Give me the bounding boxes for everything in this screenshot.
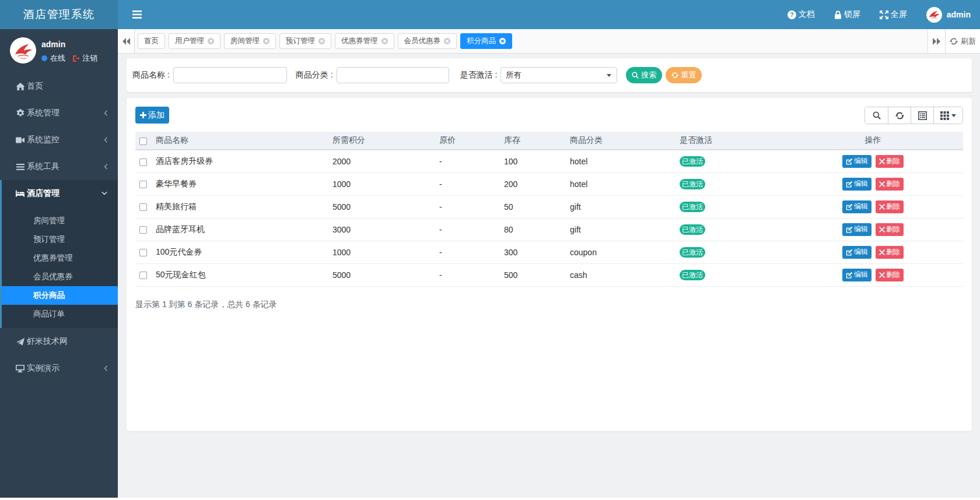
goods-category-input[interactable]: [337, 67, 449, 83]
delete-x-icon: [879, 159, 885, 164]
cell-points: 1000: [328, 241, 435, 263]
sidebar-item-home[interactable]: 首页: [0, 73, 118, 100]
tab-item[interactable]: 用户管理: [169, 33, 220, 49]
tab-label: 用户管理: [175, 36, 204, 46]
cell-name: 酒店客房升级券: [151, 150, 328, 172]
brand-logo[interactable]: 酒店管理系统: [0, 0, 118, 29]
tab-close-icon[interactable]: [382, 38, 388, 44]
svg-text:?: ?: [790, 11, 793, 18]
tab-bar: 首页 用户管理 房间管理 预订管理 优惠券管理: [118, 29, 980, 54]
edit-icon: [846, 203, 853, 210]
nav-fullscreen[interactable]: 全屏: [880, 9, 907, 20]
sidebar-item-system-admin[interactable]: 系统管理: [0, 100, 118, 126]
cell-category: hotel: [565, 172, 675, 195]
row-checkbox[interactable]: [139, 203, 147, 211]
cell-stock: 500: [499, 263, 565, 286]
status-badge: 已激活: [680, 224, 705, 235]
sidebar-toggle-button[interactable]: [128, 0, 146, 29]
tab-item[interactable]: 优惠券管理: [335, 33, 394, 49]
edit-button[interactable]: 编辑: [842, 200, 872, 213]
nav-user-menu[interactable]: admin: [926, 7, 971, 23]
toolbar-columns-button[interactable]: [933, 107, 963, 124]
tab-item[interactable]: 房间管理: [224, 33, 276, 49]
row-checkbox[interactable]: [139, 159, 147, 166]
delete-x-icon: [879, 272, 885, 278]
bed-icon: [16, 190, 24, 197]
tab-close-icon[interactable]: [444, 38, 450, 44]
tab-close-icon[interactable]: [208, 38, 214, 44]
delete-button[interactable]: 删除: [876, 200, 904, 213]
status-badge: 已激活: [680, 156, 705, 167]
nav-lock-screen[interactable]: 锁屏: [834, 9, 860, 20]
tab-item[interactable]: 积分商品: [460, 33, 512, 49]
tabs-scroll-left-button[interactable]: [118, 29, 135, 53]
chevron-left-icon: [104, 110, 107, 116]
add-button[interactable]: 添加: [135, 107, 169, 124]
col-name: 商品名称: [151, 132, 328, 150]
sidebar-item-system-monitor[interactable]: 系统监控: [0, 126, 118, 153]
row-checkbox[interactable]: [139, 226, 147, 234]
cell-name: 50元现金红包: [151, 263, 328, 286]
cell-actions: 编辑 删除: [783, 172, 963, 195]
delete-button-label: 删除: [886, 202, 900, 212]
sidebar-item-goods-orders[interactable]: 商品订单: [2, 305, 118, 323]
delete-button[interactable]: 删除: [876, 246, 904, 259]
active-select[interactable]: 所有: [501, 67, 617, 83]
toolbar-search-button[interactable]: [865, 107, 888, 124]
sidebar-subitem-label: 预订管理: [33, 234, 65, 245]
sidebar-item-hotel-admin[interactable]: 酒店管理: [2, 180, 118, 207]
select-all-checkbox[interactable]: [139, 138, 147, 145]
edit-button[interactable]: 编辑: [842, 269, 872, 281]
tab-item[interactable]: 会员优惠券: [398, 33, 457, 49]
sidebar-item-member-coupon[interactable]: 会员优惠券: [2, 267, 118, 286]
toolbar-refresh-button[interactable]: [888, 107, 911, 124]
sidebar-item-coupon-admin[interactable]: 优惠券管理: [2, 249, 118, 267]
search-button[interactable]: 搜索: [626, 67, 662, 83]
tabs-scroll-right-button[interactable]: [928, 29, 945, 53]
tab-refresh-button[interactable]: 刷新: [945, 29, 980, 53]
hamburger-icon: [132, 10, 142, 19]
edit-button[interactable]: 编辑: [842, 178, 872, 191]
delete-button[interactable]: 删除: [876, 269, 904, 281]
sidebar-item-label: 酒店管理: [27, 188, 60, 199]
delete-x-icon: [879, 249, 885, 255]
edit-button-label: 编辑: [854, 224, 868, 234]
nav-doc[interactable]: ? 文档: [788, 9, 815, 20]
goods-name-input[interactable]: [173, 67, 287, 83]
tab-item[interactable]: 预订管理: [279, 33, 331, 49]
nav-doc-label: 文档: [799, 9, 815, 20]
tab-close-icon[interactable]: [318, 38, 325, 44]
edit-button[interactable]: 编辑: [842, 155, 872, 168]
tab-label: 积分商品: [467, 36, 496, 46]
edit-button[interactable]: 编辑: [842, 223, 872, 236]
row-checkbox[interactable]: [139, 249, 147, 256]
chevron-left-icon: [104, 365, 107, 371]
fullscreen-icon: [880, 10, 888, 19]
tab-item[interactable]: 首页: [138, 33, 165, 49]
sidebar-item-system-tools[interactable]: 系统工具: [0, 153, 118, 180]
sidebar-item-room-admin[interactable]: 房间管理: [2, 212, 118, 230]
sidebar-item-booking-admin[interactable]: 预订管理: [2, 230, 118, 249]
tab-close-icon[interactable]: [499, 38, 506, 44]
sidebar-item-points-goods[interactable]: 积分商品: [2, 286, 118, 305]
sidebar-subitem-label: 会员优惠券: [33, 272, 73, 282]
delete-button[interactable]: 删除: [876, 155, 904, 168]
tab-close-icon[interactable]: [263, 38, 270, 44]
sidebar-item-xiami-tech[interactable]: 虾米技术网: [0, 328, 118, 355]
reset-button[interactable]: 重置: [666, 67, 702, 83]
toolbar-detail-view-button[interactable]: [911, 107, 933, 124]
delete-button[interactable]: 删除: [876, 178, 904, 191]
sidebar-item-label: 实例演示: [27, 363, 60, 374]
edit-button-label: 编辑: [854, 270, 868, 280]
col-points: 所需积分: [328, 132, 435, 150]
cell-name: 100元代金券: [151, 241, 328, 263]
row-checkbox[interactable]: [139, 181, 147, 188]
question-circle-icon: ?: [788, 10, 796, 19]
sidebar-item-demo[interactable]: 实例演示: [0, 355, 118, 382]
top-navbar: 酒店管理系统 ? 文档 锁屏: [0, 0, 980, 29]
logout-link[interactable]: 注销: [72, 53, 97, 64]
row-checkbox[interactable]: [139, 272, 147, 279]
sidebar-subitem-label: 商品订单: [33, 309, 65, 319]
delete-button[interactable]: 删除: [876, 223, 904, 236]
edit-button[interactable]: 编辑: [842, 246, 872, 259]
